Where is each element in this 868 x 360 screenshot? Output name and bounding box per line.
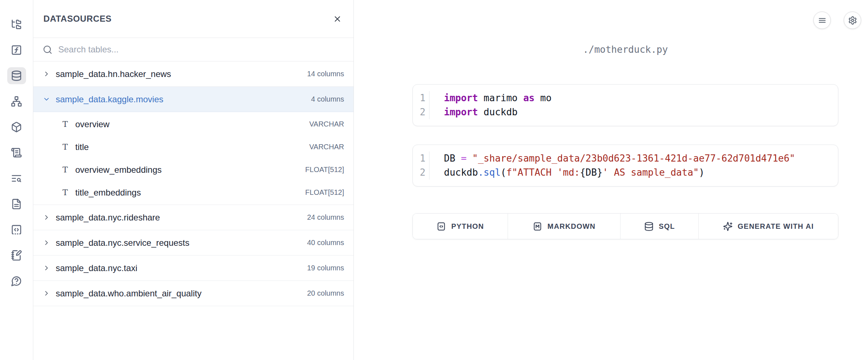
sidebar-item-scratchpad[interactable] xyxy=(7,247,26,264)
table-name: sample_data.kaggle.movies xyxy=(56,94,164,104)
column-group: ToverviewVARCHARTtitleVARCHARToverview_e… xyxy=(33,112,353,205)
marimo-app: DATASOURCES sample_data.hn.hacker_news14… xyxy=(0,0,868,360)
code-editor[interactable]: import marimo as moimport duckdb xyxy=(429,91,838,119)
table-name: sample_data.who.ambient_air_quality xyxy=(56,288,202,299)
column-name: title_embeddings xyxy=(75,188,141,198)
search-icon xyxy=(43,45,52,55)
text-search-icon xyxy=(11,173,22,184)
column-count: 14 columns xyxy=(307,70,344,78)
table-name: sample_data.nyc.service_requests xyxy=(56,238,190,248)
sparkles-icon xyxy=(723,222,733,231)
sidebar-item-datasources[interactable] xyxy=(7,67,26,84)
datasource-table-row[interactable]: sample_data.nyc.taxi19 columns xyxy=(33,256,353,281)
helper-panel-rail xyxy=(0,0,33,360)
chevron-right-icon xyxy=(43,264,50,272)
column-type: VARCHAR xyxy=(309,143,344,151)
database-icon xyxy=(11,70,22,81)
panel-title: DATASOURCES xyxy=(43,14,111,24)
column-name: title xyxy=(75,142,89,152)
sidebar-item-packages[interactable] xyxy=(7,119,26,136)
line-number-gutter: 12 xyxy=(413,91,429,119)
table-name: sample_data.nyc.taxi xyxy=(56,263,137,273)
menu-icon xyxy=(818,16,827,25)
chevron-right-icon xyxy=(43,239,50,247)
column-count: 24 columns xyxy=(307,213,344,222)
column-type: FLOAT[512] xyxy=(305,166,344,174)
column-row[interactable]: ToverviewVARCHAR xyxy=(33,113,353,136)
sidebar-item-snippets[interactable] xyxy=(7,221,26,238)
square-code-dashed-icon xyxy=(11,224,22,235)
datasource-table-row[interactable]: sample_data.kaggle.movies4 columns xyxy=(33,87,353,112)
column-type: VARCHAR xyxy=(309,120,344,128)
code-line: duckdb.sql(f"ATTACH 'md:{DB}' AS sample_… xyxy=(444,166,838,180)
chevron-right-icon xyxy=(43,214,50,221)
column-type: FLOAT[512] xyxy=(305,188,344,197)
varchar-type-icon: T xyxy=(61,165,69,174)
sidebar-item-help-chat[interactable] xyxy=(7,273,26,290)
line-number-gutter: 12 xyxy=(413,151,429,180)
table-name: sample_data.hn.hacker_news xyxy=(56,69,171,79)
box-icon xyxy=(11,121,22,133)
varchar-type-icon: T xyxy=(61,120,69,129)
button-label: GENERATE WITH AI xyxy=(738,222,814,231)
square-m-icon xyxy=(533,222,542,231)
column-count: 20 columns xyxy=(307,289,344,297)
sidebar-item-logs[interactable] xyxy=(7,144,26,161)
sidebar-item-variables[interactable] xyxy=(7,42,26,59)
search-row xyxy=(33,38,353,61)
code-line: import marimo as mo xyxy=(444,91,838,105)
search-tables-input[interactable] xyxy=(58,44,344,55)
settings-button[interactable] xyxy=(844,12,861,29)
column-count: 40 columns xyxy=(307,239,344,247)
varchar-type-icon: T xyxy=(61,188,69,197)
column-count: 4 columns xyxy=(311,95,344,103)
add-cell-generate-with-ai-button[interactable]: GENERATE WITH AI xyxy=(699,214,838,239)
line-number: 2 xyxy=(413,105,425,119)
chevron-right-icon xyxy=(43,290,50,297)
folder-tree-icon xyxy=(11,19,22,30)
line-number: 1 xyxy=(413,91,425,105)
datasource-table-row[interactable]: sample_data.hn.hacker_news14 columns xyxy=(33,61,353,87)
code-cell-2: 12DB = "_share/sample_data/23b0d623-1361… xyxy=(412,145,838,187)
table-name: sample_data.nyc.rideshare xyxy=(56,213,160,223)
column-row[interactable]: Toverview_embeddingsFLOAT[512] xyxy=(33,158,353,181)
add-cell-python-button[interactable]: PYTHON xyxy=(413,214,508,239)
datasource-table-row[interactable]: sample_data.nyc.service_requests40 colum… xyxy=(33,230,353,256)
add-cell-toolbar: PYTHONMARKDOWNSQLGENERATE WITH AI xyxy=(412,213,838,239)
column-name: overview_embeddings xyxy=(75,165,162,175)
notebook-filename[interactable]: ./motherduck.py xyxy=(412,44,838,55)
line-number: 1 xyxy=(413,151,425,166)
datasource-table-row[interactable]: sample_data.nyc.rideshare24 columns xyxy=(33,205,353,230)
chevron-right-icon xyxy=(43,70,50,78)
column-row[interactable]: Ttitle_embeddingsFLOAT[512] xyxy=(33,181,353,204)
message-circle-question-icon xyxy=(11,275,22,287)
datasources-panel: DATASOURCES sample_data.hn.hacker_news14… xyxy=(33,0,354,360)
file-text-icon xyxy=(11,198,22,210)
square-code-icon xyxy=(436,222,446,231)
chevron-down-icon xyxy=(43,95,50,103)
notebook-pen-icon xyxy=(11,250,22,261)
notebook-menu-button[interactable] xyxy=(813,12,831,29)
column-name: overview xyxy=(75,119,110,129)
line-number: 2 xyxy=(413,166,425,180)
code-line: import duckdb xyxy=(444,105,838,119)
sidebar-item-documentation[interactable] xyxy=(7,196,26,213)
close-panel-button[interactable] xyxy=(331,13,343,25)
sidebar-item-tracing[interactable] xyxy=(7,170,26,187)
sidebar-item-dependencies[interactable] xyxy=(7,93,26,110)
square-function-icon xyxy=(11,44,22,56)
close-icon xyxy=(333,14,342,23)
column-count: 19 columns xyxy=(307,264,344,272)
add-cell-markdown-button[interactable]: MARKDOWN xyxy=(508,214,621,239)
panel-header: DATASOURCES xyxy=(33,0,353,38)
add-cell-sql-button[interactable]: SQL xyxy=(621,214,699,239)
table-list: sample_data.hn.hacker_news14 columnssamp… xyxy=(33,61,353,306)
settings-icon xyxy=(848,16,857,25)
button-label: SQL xyxy=(659,222,675,231)
button-label: PYTHON xyxy=(451,222,484,231)
button-label: MARKDOWN xyxy=(547,222,596,231)
sidebar-item-file-explorer[interactable] xyxy=(7,16,26,33)
column-row[interactable]: TtitleVARCHAR xyxy=(33,136,353,158)
datasource-table-row[interactable]: sample_data.who.ambient_air_quality20 co… xyxy=(33,281,353,306)
code-editor[interactable]: DB = "_share/sample_data/23b0d623-1361-4… xyxy=(429,151,838,180)
